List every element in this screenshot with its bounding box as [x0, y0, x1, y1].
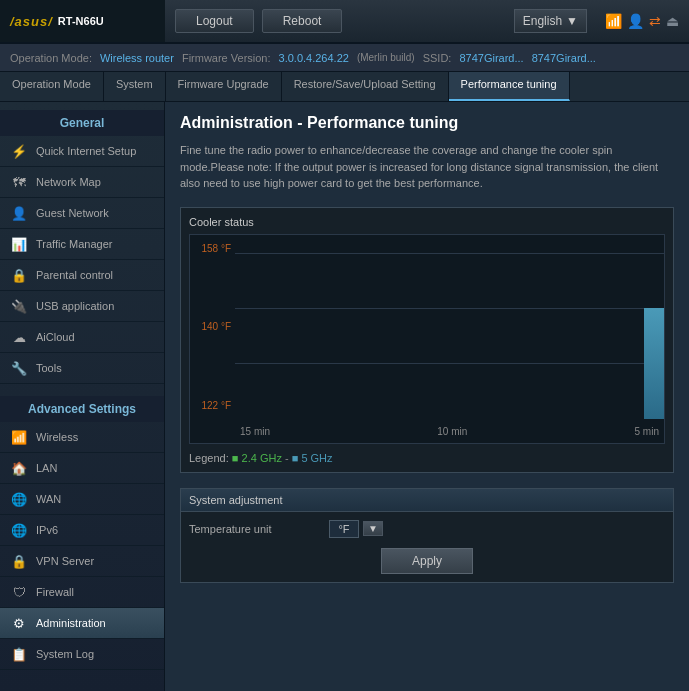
chart-legend: Legend: ■ 2.4 GHz - ■ 5 GHz — [189, 452, 665, 464]
chart-x-label-5: 5 min — [635, 426, 659, 437]
chart-spike — [644, 308, 664, 418]
language-label: English — [523, 14, 562, 28]
sidebar-item-usb-application[interactable]: 🔌 USB application — [0, 291, 164, 322]
sidebar-item-aicloud[interactable]: ☁ AiCloud — [0, 322, 164, 353]
aicloud-icon: ☁ — [10, 328, 28, 346]
firmware-value[interactable]: 3.0.0.4.264.22 — [279, 52, 349, 64]
sidebar-item-tools[interactable]: 🔧 Tools — [0, 353, 164, 384]
sidebar-label-parental-control: Parental control — [36, 269, 113, 281]
sidebar-label-lan: LAN — [36, 462, 57, 474]
lan-icon: 🏠 — [10, 459, 28, 477]
legend-5g-label: 5 GHz — [301, 452, 332, 464]
content-area: Administration - Performance tuning Fine… — [165, 102, 689, 691]
sidebar-item-quick-internet[interactable]: ⚡ Quick Internet Setup — [0, 136, 164, 167]
firewall-icon: 🛡 — [10, 583, 28, 601]
chart-y-label-158: 158 °F — [194, 243, 231, 254]
system-adj-title: System adjustment — [181, 489, 673, 512]
sidebar-label-firewall: Firewall — [36, 586, 74, 598]
chart-plot — [235, 235, 664, 419]
quick-internet-icon: ⚡ — [10, 142, 28, 160]
wan-icon: 🌐 — [10, 490, 28, 508]
sidebar-label-wan: WAN — [36, 493, 61, 505]
sidebar-item-lan[interactable]: 🏠 LAN — [0, 453, 164, 484]
usb-application-icon: 🔌 — [10, 297, 28, 315]
chart-y-label-140: 140 °F — [194, 321, 231, 332]
sidebar: General ⚡ Quick Internet Setup 🗺 Network… — [0, 102, 165, 691]
tab-restore-save[interactable]: Restore/Save/Upload Setting — [282, 72, 449, 101]
sidebar-item-system-log[interactable]: 📋 System Log — [0, 639, 164, 670]
chart-title: Cooler status — [189, 216, 665, 228]
apply-button[interactable]: Apply — [381, 548, 473, 574]
temp-unit-label: Temperature unit — [189, 523, 329, 535]
model-name: RT-N66U — [58, 15, 104, 27]
sidebar-item-firewall[interactable]: 🛡 Firewall — [0, 577, 164, 608]
page-description: Fine tune the radio power to enhance/dec… — [180, 142, 674, 192]
ssid-2g[interactable]: 8747Girard... — [459, 52, 523, 64]
sidebar-label-guest-network: Guest Network — [36, 207, 109, 219]
sidebar-label-usb-application: USB application — [36, 300, 114, 312]
sidebar-item-administration[interactable]: ⚙ Administration — [0, 608, 164, 639]
apply-row: Apply — [189, 548, 665, 574]
sidebar-item-parental-control[interactable]: 🔒 Parental control — [0, 260, 164, 291]
tabs-bar: Operation Mode System Firmware Upgrade R… — [0, 72, 689, 102]
traffic-manager-icon: 📊 — [10, 235, 28, 253]
sidebar-label-tools: Tools — [36, 362, 62, 374]
legend-2g-label: 2.4 GHz — [242, 452, 282, 464]
logout-button[interactable]: Logout — [175, 9, 254, 33]
status-icons: 📶 👤 ⇄ ⏏ — [605, 13, 679, 29]
header-nav: Logout Reboot English ▼ 📶 👤 ⇄ ⏏ — [165, 9, 689, 33]
tab-firmware-upgrade[interactable]: Firmware Upgrade — [166, 72, 282, 101]
main-layout: General ⚡ Quick Internet Setup 🗺 Network… — [0, 102, 689, 691]
parental-control-icon: 🔒 — [10, 266, 28, 284]
transfer-icon: ⇄ — [649, 13, 661, 29]
page-title: Administration - Performance tuning — [180, 114, 674, 132]
chart-y-label-122: 122 °F — [194, 400, 231, 411]
user-icon: 👤 — [627, 13, 644, 29]
ssid-label: SSID: — [423, 52, 452, 64]
tab-system[interactable]: System — [104, 72, 166, 101]
sidebar-item-ipv6[interactable]: 🌐 IPv6 — [0, 515, 164, 546]
sidebar-label-ipv6: IPv6 — [36, 524, 58, 536]
ssid-5g[interactable]: 8747Girard... — [532, 52, 596, 64]
sidebar-label-quick-internet: Quick Internet Setup — [36, 145, 136, 157]
sidebar-item-guest-network[interactable]: 👤 Guest Network — [0, 198, 164, 229]
sidebar-item-wan[interactable]: 🌐 WAN — [0, 484, 164, 515]
chart-x-labels: 15 min 10 min 5 min — [235, 421, 664, 443]
tab-performance-tuning[interactable]: Performance tuning — [449, 72, 570, 101]
sidebar-label-traffic-manager: Traffic Manager — [36, 238, 112, 250]
operation-mode-label: Operation Mode: — [10, 52, 92, 64]
temp-unit-row: Temperature unit ▼ — [189, 520, 665, 538]
chevron-down-icon: ▼ — [566, 14, 578, 28]
sidebar-label-aicloud: AiCloud — [36, 331, 75, 343]
merlin-label: (Merlin build) — [357, 52, 415, 63]
operation-mode-value[interactable]: Wireless router — [100, 52, 174, 64]
sidebar-item-vpn-server[interactable]: 🔒 VPN Server — [0, 546, 164, 577]
system-adj-body: Temperature unit ▼ Apply — [181, 512, 673, 582]
legend-label: Legend: — [189, 452, 229, 464]
sidebar-advanced-section: Advanced Settings 📶 Wireless 🏠 LAN 🌐 WAN… — [0, 388, 164, 674]
chart-area: 158 °F 140 °F 122 °F 15 min 10 min — [189, 234, 665, 444]
tab-operation-mode[interactable]: Operation Mode — [0, 72, 104, 101]
temp-unit-dropdown[interactable]: ▼ — [363, 521, 383, 536]
sidebar-label-administration: Administration — [36, 617, 106, 629]
sidebar-item-network-map[interactable]: 🗺 Network Map — [0, 167, 164, 198]
wireless-icon: 📶 — [10, 428, 28, 446]
logo-area: /asus/ RT-N66U — [0, 0, 165, 42]
legend-5g: ■ — [292, 452, 302, 464]
temp-unit-input[interactable] — [329, 520, 359, 538]
chart-grid-line-2 — [235, 308, 664, 309]
language-selector[interactable]: English ▼ — [514, 9, 587, 33]
general-section-title: General — [0, 110, 164, 136]
sidebar-item-wireless[interactable]: 📶 Wireless — [0, 422, 164, 453]
sidebar-item-traffic-manager[interactable]: 📊 Traffic Manager — [0, 229, 164, 260]
sidebar-label-wireless: Wireless — [36, 431, 78, 443]
sidebar-label-system-log: System Log — [36, 648, 94, 660]
temp-unit-control: ▼ — [329, 520, 383, 538]
wifi-icon: 📶 — [605, 13, 622, 29]
usb-icon: ⏏ — [666, 13, 679, 29]
chart-x-label-10: 10 min — [437, 426, 467, 437]
reboot-button[interactable]: Reboot — [262, 9, 343, 33]
info-bar: Operation Mode: Wireless router Firmware… — [0, 44, 689, 72]
administration-icon: ⚙ — [10, 614, 28, 632]
chart-y-labels: 158 °F 140 °F 122 °F — [190, 235, 235, 419]
